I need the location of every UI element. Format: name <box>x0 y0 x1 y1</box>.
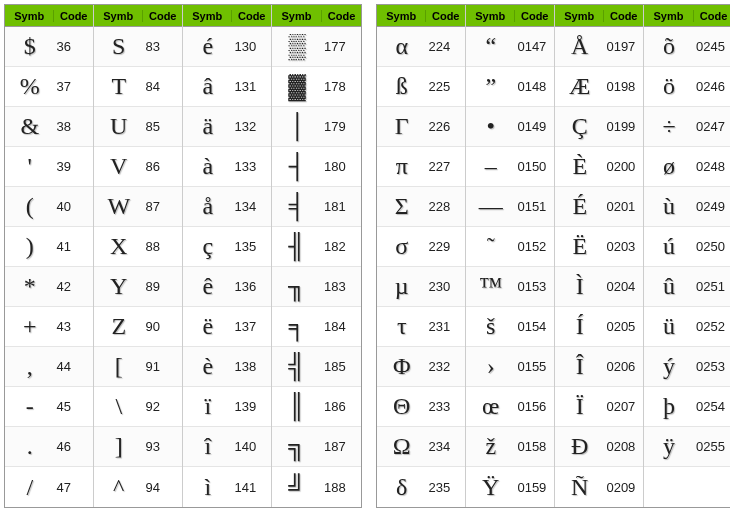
table-row: â131 <box>183 67 271 107</box>
table-row: Æ0198 <box>555 67 643 107</box>
code-cell: 0149 <box>515 119 554 134</box>
code-cell: 0147 <box>515 39 554 54</box>
header-code: Code <box>426 10 465 22</box>
header-code: Code <box>232 10 271 22</box>
code-cell: 225 <box>426 79 465 94</box>
symbol-cell: ╣ <box>272 353 322 380</box>
code-cell: 0158 <box>515 439 554 454</box>
code-cell: 0254 <box>694 399 730 414</box>
code-cell: 36 <box>54 39 93 54</box>
symbol-cell: ç <box>183 233 232 260</box>
table-row: –0150 <box>466 147 554 187</box>
symbol-cell: ▓ <box>272 73 322 100</box>
symbol-cell: Ç <box>555 113 604 140</box>
table-row: W87 <box>94 187 182 227</box>
symbol-cell: ╗ <box>272 433 322 460</box>
symbol-cell: – <box>466 153 515 180</box>
symbol-cell: T <box>94 73 143 100</box>
symbol-cell: V <box>94 153 143 180</box>
symbol-cell: Î <box>555 353 604 380</box>
symbol-cell: Å <box>555 33 604 60</box>
table-row: α224 <box>377 27 465 67</box>
table-row: õ0245 <box>644 27 730 67</box>
code-cell: 0251 <box>694 279 730 294</box>
table-row: à133 <box>183 147 271 187</box>
symbol-cell: ä <box>183 113 232 140</box>
table-row: ì141 <box>183 467 271 507</box>
symbol-cell: þ <box>644 393 694 420</box>
table-row: •0149 <box>466 107 554 147</box>
table-row: ║186 <box>272 387 361 427</box>
symbol-cell: - <box>5 393 54 420</box>
code-cell: 0247 <box>694 119 730 134</box>
code-cell: 94 <box>143 480 182 495</box>
symbol-cell: ╖ <box>272 273 322 300</box>
symbol-cell: ” <box>466 73 515 100</box>
table-row: %37 <box>5 67 93 107</box>
column-header: SymbCode <box>5 5 93 27</box>
code-cell: 0203 <box>604 239 643 254</box>
symbol-cell: ╕ <box>272 313 322 340</box>
code-cell: 0253 <box>694 359 730 374</box>
code-cell: 224 <box>426 39 465 54</box>
table-row: ╕184 <box>272 307 361 347</box>
table-row: Î0206 <box>555 347 643 387</box>
column-header: SymbCode <box>272 5 361 27</box>
symbol-cell: ö <box>644 73 694 100</box>
code-cell: 130 <box>232 39 271 54</box>
symbol-cell: à <box>183 153 232 180</box>
symbol-cell: τ <box>377 313 426 340</box>
symbol-cell: › <box>466 353 515 380</box>
code-cell: 44 <box>54 359 93 374</box>
symbol-cell: é <box>183 33 232 60</box>
symbol-cell: S <box>94 33 143 60</box>
symbol-cell: [ <box>94 353 143 380</box>
table-row: )41 <box>5 227 93 267</box>
code-cell: 139 <box>232 399 271 414</box>
table-row: Ë0203 <box>555 227 643 267</box>
table-row <box>644 467 730 507</box>
table-row: Í0205 <box>555 307 643 347</box>
table-row: ”0148 <box>466 67 554 107</box>
code-cell: 0250 <box>694 239 730 254</box>
symbol-cell: ï <box>183 393 232 420</box>
code-cell: 85 <box>143 119 182 134</box>
code-cell: 38 <box>54 119 93 134</box>
code-cell: 230 <box>426 279 465 294</box>
symbol-cell: ) <box>5 233 54 260</box>
table-row: ÿ0255 <box>644 427 730 467</box>
column-pair: SymbCode$36%37&38'39(40)41*42+43,44-45.4… <box>5 5 94 507</box>
code-cell: 45 <box>54 399 93 414</box>
table-row: ê136 <box>183 267 271 307</box>
symbol-cell: Æ <box>555 73 604 100</box>
symbol-cell: È <box>555 153 604 180</box>
table-row: ╡181 <box>272 187 361 227</box>
table-row: È0200 <box>555 147 643 187</box>
symbol-cell: U <box>94 113 143 140</box>
code-cell: 47 <box>54 480 93 495</box>
code-cell: 137 <box>232 319 271 334</box>
header-symb: Symb <box>377 10 426 22</box>
header-code: Code <box>322 10 361 22</box>
table-row: þ0254 <box>644 387 730 427</box>
table-row: ,44 <box>5 347 93 387</box>
symbol-cell: Ï <box>555 393 604 420</box>
symbol-cell: — <box>466 193 515 220</box>
table-row: ┤180 <box>272 147 361 187</box>
code-cell: 226 <box>426 119 465 134</box>
code-cell: 183 <box>322 279 361 294</box>
table-row: V86 <box>94 147 182 187</box>
column-pair: SymbCodeé130â131ä132à133å134ç135ê136ë137… <box>183 5 272 507</box>
symbol-cell: │ <box>272 113 322 140</box>
symbol-cell: ø <box>644 153 694 180</box>
table-row: ï139 <box>183 387 271 427</box>
header-symb: Symb <box>272 10 322 22</box>
column-pair: SymbCode“0147”0148•0149–0150—0151˜0152™0… <box>466 5 555 507</box>
code-cell: 86 <box>143 159 182 174</box>
code-cell: 37 <box>54 79 93 94</box>
table-row: '39 <box>5 147 93 187</box>
code-cell: 0249 <box>694 199 730 214</box>
table-row: π227 <box>377 147 465 187</box>
header-symb: Symb <box>94 10 143 22</box>
table-row: Z90 <box>94 307 182 347</box>
